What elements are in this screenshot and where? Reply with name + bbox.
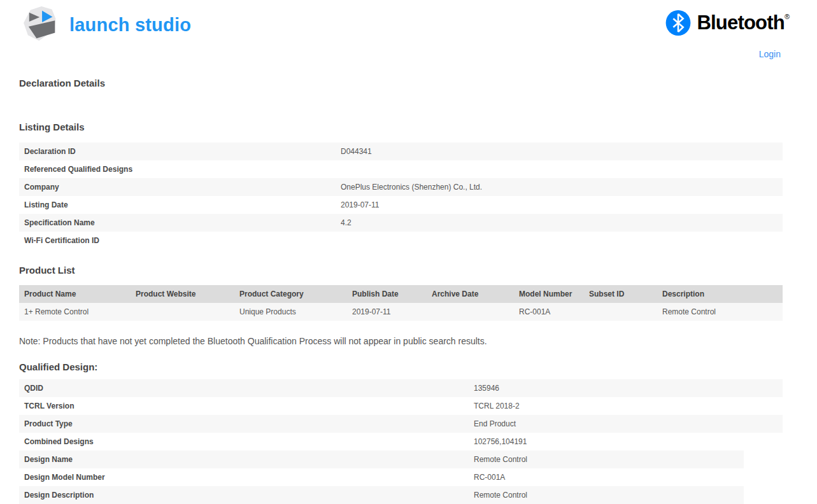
table-row: Wi-Fi Certification ID [19, 232, 783, 249]
table-row: Specification Name 4.2 [19, 214, 783, 232]
table-row: Product Type End Product [19, 415, 783, 433]
registered-trademark-symbol: ® [785, 13, 790, 20]
row-label: Referenced Qualified Designs [19, 165, 341, 174]
top-header: launch studio Bluetooth® [0, 0, 817, 41]
row-value: OnePlus Electronics (Shenzhen) Co., Ltd. [341, 183, 482, 192]
table-row: Design Model Number RC-001A [19, 468, 744, 486]
table-row: Listing Date 2019-07-11 [19, 196, 783, 214]
row-value: Remote Control [474, 491, 527, 500]
product-category-cell: Unique Products [234, 307, 347, 316]
product-name-cell: 1+ Remote Control [19, 307, 131, 316]
row-label: Design Model Number [19, 473, 474, 482]
bluetooth-logo[interactable]: Bluetooth® [665, 10, 790, 38]
launch-studio-icon [22, 6, 64, 43]
row-value: 102756,104191 [474, 437, 527, 446]
listing-details-heading: Listing Details [19, 122, 783, 132]
row-value: D044341 [341, 147, 372, 156]
row-value: End Product [474, 419, 516, 428]
table-row: Referenced Qualified Designs [19, 160, 783, 178]
row-label: Specification Name [19, 218, 341, 227]
column-header: Description [657, 290, 783, 298]
row-value: 4.2 [341, 218, 352, 227]
bluetooth-icon [665, 10, 691, 38]
table-row: Design Name Remote Control [19, 451, 744, 468]
listing-details-table: Declaration ID D044341 Referenced Qualif… [19, 143, 783, 249]
column-header: Product Website [131, 290, 234, 298]
qualified-design-table: QDID 135946 TCRL Version TCRL 2018-2 Pro… [19, 379, 783, 451]
product-table-row: 1+ Remote Control Unique Products 2019-0… [19, 303, 783, 321]
qualified-design-subtable: Design Name Remote Control Design Model … [19, 451, 744, 504]
row-value: 135946 [474, 384, 499, 393]
row-label: Product Type [19, 419, 474, 428]
bluetooth-wordmark: Bluetooth [697, 11, 784, 34]
qualified-design-heading: Qualified Design: [19, 361, 783, 372]
row-label: Listing Date [19, 200, 341, 209]
page-title: Declaration Details [19, 78, 783, 88]
row-value: Remote Control [474, 455, 527, 464]
row-label: Wi-Fi Certification ID [19, 236, 341, 245]
product-list-heading: Product List [19, 265, 783, 276]
column-header: Publish Date [347, 290, 427, 298]
row-label: Combined Designs [19, 437, 474, 446]
launch-studio-logo[interactable]: launch studio [22, 6, 191, 43]
product-list-table: Product Name Product Website Product Cat… [19, 285, 783, 321]
model-number-cell: RC-001A [514, 307, 584, 316]
row-value: TCRL 2018-2 [474, 402, 520, 410]
column-header: Subset ID [584, 290, 657, 298]
qualification-note: Note: Products that have not yet complet… [19, 336, 783, 346]
row-label: Company [19, 183, 341, 192]
login-link[interactable]: Login [759, 49, 781, 59]
login-bar: Login [0, 48, 817, 59]
description-cell: Remote Control [657, 307, 783, 316]
row-label: Design Name [19, 455, 474, 464]
row-value: 2019-07-11 [341, 200, 380, 209]
table-row: Company OnePlus Electronics (Shenzhen) C… [19, 178, 783, 196]
column-header: Product Name [19, 290, 131, 298]
row-value: RC-001A [474, 473, 505, 482]
row-label: QDID [19, 384, 474, 393]
column-header: Archive Date [427, 290, 514, 298]
row-label: TCRL Version [19, 402, 474, 410]
row-label: Declaration ID [19, 147, 341, 156]
publish-date-cell: 2019-07-11 [347, 307, 427, 316]
column-header: Product Category [234, 290, 347, 298]
row-label: Design Description [19, 491, 474, 500]
column-header: Model Number [514, 290, 584, 298]
table-row: TCRL Version TCRL 2018-2 [19, 397, 783, 415]
product-table-header-row: Product Name Product Website Product Cat… [19, 285, 783, 303]
table-row: Declaration ID D044341 [19, 143, 783, 160]
table-row: Combined Designs 102756,104191 [19, 433, 783, 451]
table-row: QDID 135946 [19, 379, 783, 397]
launch-studio-wordmark: launch studio [69, 15, 191, 36]
main-content: Declaration Details Listing Details Decl… [19, 78, 783, 504]
table-row: Design Description Remote Control [19, 486, 744, 504]
